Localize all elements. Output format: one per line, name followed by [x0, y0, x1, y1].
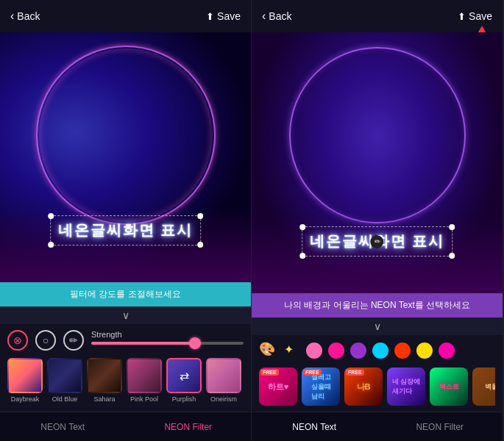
strength-slider-thumb[interactable] [189, 337, 201, 349]
strength-label: Strength [91, 330, 244, 339]
neon-text-pencil-icon[interactable]: ✏ [371, 235, 384, 248]
neon-circle-right [289, 47, 466, 223]
left-chevron-bar[interactable]: ∨ [0, 306, 251, 324]
filter-item-purplish[interactable]: ⇄ Purplish [166, 358, 202, 403]
corner-br-left [197, 242, 203, 248]
link-icon[interactable]: ⊗ [7, 330, 28, 351]
corner-bl-right [299, 253, 305, 259]
strength-slider-track[interactable] [91, 342, 244, 345]
neon-item-5-text: 텍스트 [439, 382, 459, 392]
right-tab-neon-text[interactable]: NEON Text [252, 412, 377, 441]
color-dot-red[interactable] [394, 343, 411, 359]
neon-item-3[interactable]: FREE 나B [344, 368, 383, 406]
right-info-text: 나의 배경과 어울리는 NEON Text를 선택하세요 [284, 300, 470, 310]
filter-name-sahara: Sahara [93, 395, 115, 403]
right-chevron-icon: ∨ [374, 320, 381, 332]
right-chevron-left-icon: ‹ [262, 10, 266, 23]
filter-name-daybreak: Daybreak [11, 395, 40, 403]
corner-br-right [449, 253, 455, 259]
neon-text-box-right[interactable]: 네온글씨화면 표시 ✏ [302, 226, 453, 257]
strength-section: Strength [91, 330, 244, 345]
neon-item-6-text: 벽돌 [485, 382, 495, 392]
left-header: ‹ Back ⬆ Save [0, 0, 251, 32]
circle-icon[interactable]: ○ [35, 330, 56, 351]
free-badge-1: FREE [260, 369, 279, 376]
filter-name-purplish: Purplish [172, 395, 196, 403]
right-back-button[interactable]: ‹ Back [262, 10, 291, 23]
color-dot-pink[interactable] [306, 343, 322, 359]
corner-tl-right [299, 224, 305, 230]
neon-item-4-text: 네 심장에새기다 [390, 375, 423, 398]
left-tab-neon-text[interactable]: NEON Text [0, 412, 126, 441]
filter-thumb-daybreak [7, 358, 43, 393]
filter-item-oneirism[interactable]: Oneirism [206, 358, 241, 403]
neon-item-2[interactable]: FREE 설레고싶을때남리 [302, 368, 340, 406]
right-chevron-bar[interactable]: ∨ [252, 318, 503, 335]
right-panel: ‹ Back ⬆ Save 네온글씨화면 표시 ✏ 나의 배경과 어울리는 NE… [252, 0, 503, 441]
left-chevron-icon: ∨ [122, 309, 129, 321]
filter-thumb-oldblue [47, 358, 82, 393]
left-tab-neon-text-label: NEON Text [40, 422, 85, 432]
filter-name-oldblue: Old Blue [52, 395, 78, 403]
corner-tl-left [48, 213, 54, 219]
color-dot-hotpink[interactable] [328, 343, 344, 359]
color-dot-yellow[interactable] [416, 343, 433, 359]
color-dot-magenta[interactable] [439, 343, 455, 359]
filter-name-pinkpool: Pink Pool [130, 395, 158, 403]
neon-items-row: FREE 하트♥ FREE 설레고싶을때남리 FREE 나B 네 심장에새기다 … [259, 368, 495, 406]
filter-thumb-pinkpool [127, 358, 162, 393]
filter-name-oneirism: Oneirism [210, 395, 237, 403]
left-info-bar: 필터에 강도를 조절해보세요 [0, 282, 251, 306]
right-back-label: Back [269, 10, 291, 22]
right-canvas: 네온글씨화면 표시 ✏ [252, 32, 503, 293]
right-save-label: Save [469, 10, 492, 22]
neon-item-6[interactable]: 벽돌 [472, 368, 495, 406]
right-tab-bar: NEON Text NEON Filter [252, 412, 503, 441]
color-dot-cyan[interactable] [372, 343, 388, 359]
neon-item-5[interactable]: 텍스트 [430, 368, 468, 406]
neon-item-1[interactable]: FREE 하트♥ [259, 368, 297, 406]
neon-item-3-text: 나B [357, 381, 371, 392]
right-controls: 🎨 ✦ FREE 하트♥ FREE 설레고싶을때남리 FREE 나B [252, 335, 503, 412]
right-tab-neon-text-label: NEON Text [292, 422, 336, 432]
left-back-label: Back [17, 10, 40, 22]
brightness-icon[interactable]: ✦ [284, 343, 300, 359]
left-chevron-left-icon: ‹ [10, 10, 14, 23]
color-dot-purple[interactable] [350, 343, 366, 359]
left-back-button[interactable]: ‹ Back [10, 10, 40, 23]
neon-text-left: 네온글씨화면 표시 [58, 222, 194, 238]
left-save-icon: ⬆ [206, 11, 214, 22]
left-canvas: 네온글씨화면 표시 [0, 32, 251, 282]
left-controls: ⊗ ○ ✏ Strength Daybreak Old Blue [0, 324, 251, 412]
palette-icon[interactable]: 🎨 [259, 341, 278, 360]
left-save-button[interactable]: ⬆ Save [206, 10, 241, 22]
neon-circle-left [38, 47, 214, 223]
corner-tr-left [197, 213, 203, 219]
tool-row-left: ⊗ ○ ✏ Strength [7, 330, 244, 351]
free-badge-3: FREE [346, 369, 364, 376]
right-header: ‹ Back ⬆ Save [252, 0, 503, 32]
filter-thumb-sahara [87, 358, 122, 393]
corner-bl-left [48, 242, 54, 248]
filter-item-oldblue[interactable]: Old Blue [47, 358, 82, 403]
filter-item-sahara[interactable]: Sahara [87, 358, 122, 403]
neon-item-4[interactable]: 네 심장에새기다 [387, 368, 425, 406]
pencil-tool-icon[interactable]: ✏ [63, 330, 84, 351]
right-tab-neon-filter[interactable]: NEON Filter [377, 412, 503, 441]
free-badge-2: FREE [303, 369, 322, 376]
filter-item-pinkpool[interactable]: Pink Pool [127, 358, 162, 403]
right-tab-neon-filter-label: NEON Filter [416, 422, 464, 432]
left-tab-bar: NEON Text NEON Filter [0, 412, 251, 441]
neon-text-box-left[interactable]: 네온글씨화면 표시 [50, 215, 202, 245]
filter-row: Daybreak Old Blue Sahara Pink Pool ⇄ Pur… [7, 358, 244, 406]
left-save-label: Save [217, 10, 241, 22]
right-info-bar: 나의 배경과 어울리는 NEON Text를 선택하세요 [252, 293, 503, 318]
neon-item-1-text: 하트♥ [268, 381, 289, 392]
right-save-icon: ⬆ [458, 11, 466, 22]
right-save-button[interactable]: ⬆ Save [458, 10, 492, 22]
filter-thumb-oneirism [206, 358, 241, 393]
filter-item-daybreak[interactable]: Daybreak [7, 358, 43, 403]
left-panel: ‹ Back ⬆ Save 네온글씨화면 표시 필터에 강도를 조절해보세요 ∨… [0, 0, 252, 441]
left-tab-neon-filter[interactable]: NEON Filter [126, 412, 252, 441]
filter-thumb-purplish: ⇄ [166, 358, 202, 393]
